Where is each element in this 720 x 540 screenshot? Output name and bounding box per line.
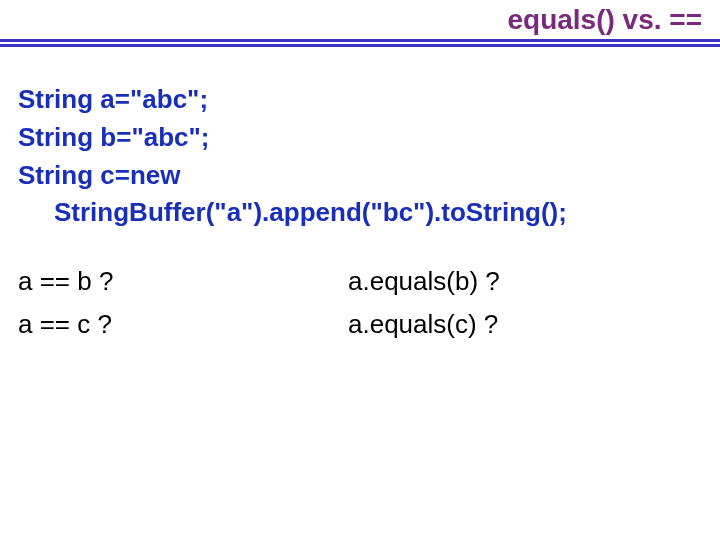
content-area: String a="abc"; String b="abc"; String c… [0, 47, 720, 342]
code-line-1: String a="abc"; [18, 83, 702, 117]
question-2-left: a == c ? [18, 307, 348, 342]
question-2-right: a.equals(c) ? [348, 307, 702, 342]
question-row-2: a == c ? a.equals(c) ? [18, 307, 702, 342]
slide-title: equals() vs. == [0, 0, 720, 38]
question-1-right: a.equals(b) ? [348, 264, 702, 299]
question-block: a == b ? a.equals(b) ? a == c ? a.equals… [18, 264, 702, 342]
divider-top [0, 39, 720, 42]
slide: equals() vs. == String a="abc"; String b… [0, 0, 720, 540]
code-line-3b: StringBuffer("a").append("bc").toString(… [18, 196, 702, 230]
code-line-2: String b="abc"; [18, 121, 702, 155]
question-1-left: a == b ? [18, 264, 348, 299]
code-line-3a: String c=new [18, 159, 702, 193]
question-row-1: a == b ? a.equals(b) ? [18, 264, 702, 299]
